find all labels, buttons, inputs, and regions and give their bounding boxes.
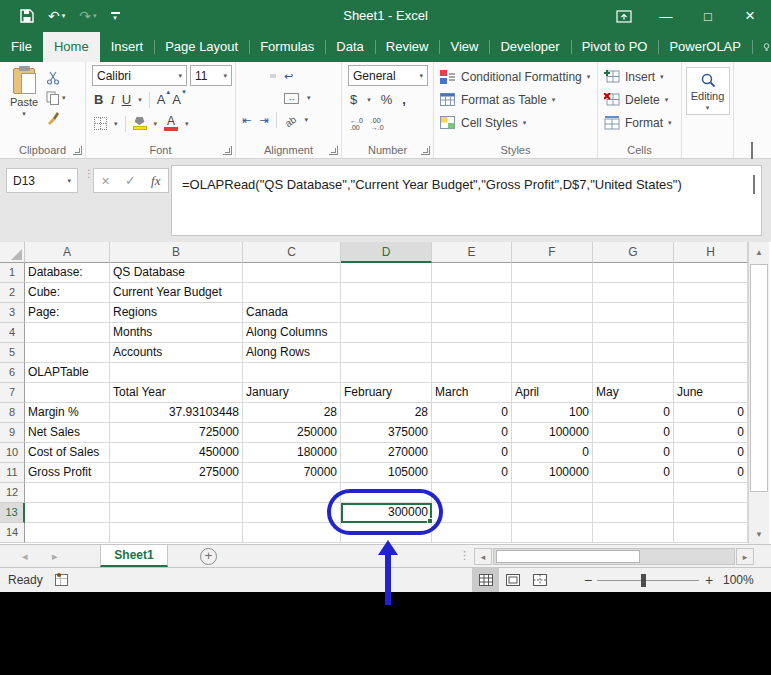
cell-A11[interactable]: Gross Profit bbox=[25, 463, 110, 483]
cell-E7[interactable]: March bbox=[432, 383, 512, 403]
cell-C11[interactable]: 70000 bbox=[243, 463, 341, 483]
cell-H11[interactable]: 0 bbox=[674, 463, 748, 483]
new-sheet-button[interactable]: + bbox=[200, 548, 217, 565]
zoom-out-button[interactable]: − bbox=[584, 568, 592, 592]
cell-H3[interactable] bbox=[674, 303, 748, 323]
select-all-button[interactable] bbox=[0, 242, 25, 263]
column-header-G[interactable]: G bbox=[593, 242, 674, 263]
paste-button[interactable]: Paste ▾ bbox=[2, 65, 46, 142]
cell-C10[interactable]: 180000 bbox=[243, 443, 341, 463]
cell-E6[interactable] bbox=[432, 363, 512, 383]
fill-handle[interactable] bbox=[427, 518, 433, 524]
cell-D2[interactable] bbox=[341, 283, 432, 303]
scroll-down-button[interactable]: ▼ bbox=[749, 524, 769, 544]
collapse-formula-bar-button[interactable] bbox=[753, 177, 755, 195]
cell-D7[interactable]: February bbox=[341, 383, 432, 403]
cell-E8[interactable]: 0 bbox=[432, 403, 512, 423]
cell-E3[interactable] bbox=[432, 303, 512, 323]
cell-H9[interactable]: 0 bbox=[674, 423, 748, 443]
orientation-button[interactable]: ab bbox=[285, 111, 296, 129]
wrap-text-button[interactable]: ↩ bbox=[284, 70, 293, 83]
increase-decimal-button[interactable]: ←.0.00 bbox=[350, 117, 363, 131]
cell-D14[interactable] bbox=[341, 523, 432, 543]
tab-page-layout[interactable]: Page Layout bbox=[154, 32, 249, 62]
increase-indent-button[interactable]: ⇥ bbox=[259, 114, 268, 127]
number-dialog-launcher[interactable] bbox=[421, 146, 430, 155]
row-header-11[interactable]: 11 bbox=[0, 463, 25, 483]
record-macro-icon[interactable] bbox=[55, 574, 68, 586]
row-header-1[interactable]: 1 bbox=[0, 263, 25, 283]
cell-A8[interactable]: Margin % bbox=[25, 403, 110, 423]
cell-A7[interactable] bbox=[25, 383, 110, 403]
cell-A5[interactable] bbox=[25, 343, 110, 363]
comma-style-button[interactable]: , bbox=[402, 92, 406, 107]
cell-E10[interactable]: 0 bbox=[432, 443, 512, 463]
row-header-5[interactable]: 5 bbox=[0, 343, 25, 363]
row-header-13[interactable]: 13 bbox=[0, 503, 25, 523]
row-header-3[interactable]: 3 bbox=[0, 303, 25, 323]
column-header-F[interactable]: F bbox=[512, 242, 593, 263]
cell-C6[interactable] bbox=[243, 363, 341, 383]
tab-file[interactable]: File bbox=[0, 32, 43, 62]
cell-G12[interactable] bbox=[593, 483, 674, 503]
cell-H5[interactable] bbox=[674, 343, 748, 363]
row-header-14[interactable]: 14 bbox=[0, 523, 25, 543]
cell-B13[interactable] bbox=[110, 503, 243, 523]
tab-insert[interactable]: Insert bbox=[100, 32, 155, 62]
cell-A4[interactable] bbox=[25, 323, 110, 343]
cell-E9[interactable]: 0 bbox=[432, 423, 512, 443]
cell-E12[interactable] bbox=[432, 483, 512, 503]
italic-button[interactable]: I bbox=[110, 92, 114, 108]
column-header-D[interactable]: D bbox=[341, 242, 432, 263]
cell-A9[interactable]: Net Sales bbox=[25, 423, 110, 443]
cell-D4[interactable] bbox=[341, 323, 432, 343]
cell-C1[interactable] bbox=[243, 263, 341, 283]
row-header-4[interactable]: 4 bbox=[0, 323, 25, 343]
font-dialog-launcher[interactable] bbox=[223, 146, 232, 155]
cell-F6[interactable] bbox=[512, 363, 593, 383]
borders-button[interactable] bbox=[94, 117, 107, 130]
cell-C14[interactable] bbox=[243, 523, 341, 543]
cell-C12[interactable] bbox=[243, 483, 341, 503]
percent-style-button[interactable]: % bbox=[381, 92, 393, 107]
cell-G6[interactable] bbox=[593, 363, 674, 383]
cell-D11[interactable]: 105000 bbox=[341, 463, 432, 483]
cancel-button[interactable]: × bbox=[102, 173, 110, 189]
cell-A10[interactable]: Cost of Sales bbox=[25, 443, 110, 463]
cell-D12[interactable] bbox=[341, 483, 432, 503]
cell-B4[interactable]: Months bbox=[110, 323, 243, 343]
merge-center-button[interactable]: ↔ bbox=[284, 93, 299, 104]
cell-C7[interactable]: January bbox=[243, 383, 341, 403]
cell-B3[interactable]: Regions bbox=[110, 303, 243, 323]
row-header-7[interactable]: 7 bbox=[0, 383, 25, 403]
font-color-button[interactable]: A bbox=[164, 116, 178, 131]
cell-G13[interactable] bbox=[593, 503, 674, 523]
format-as-table-button[interactable]: Format as Table ▾ bbox=[440, 90, 597, 109]
cell-H1[interactable] bbox=[674, 263, 748, 283]
tab-review[interactable]: Review bbox=[375, 32, 440, 62]
cell-H14[interactable] bbox=[674, 523, 748, 543]
cell-G3[interactable] bbox=[593, 303, 674, 323]
close-button[interactable]: × bbox=[729, 0, 771, 32]
cell-A3[interactable]: Page: bbox=[25, 303, 110, 323]
decrease-indent-button[interactable]: ⇤ bbox=[242, 114, 251, 127]
cell-B14[interactable] bbox=[110, 523, 243, 543]
cell-A1[interactable]: Database: bbox=[25, 263, 110, 283]
cell-F9[interactable]: 100000 bbox=[512, 423, 593, 443]
cell-A13[interactable] bbox=[25, 503, 110, 523]
font-size-select[interactable]: 11▾ bbox=[190, 65, 232, 86]
cell-H12[interactable] bbox=[674, 483, 748, 503]
decrease-decimal-button[interactable]: .00→.0 bbox=[371, 117, 384, 131]
clipboard-dialog-launcher[interactable] bbox=[73, 146, 82, 155]
cell-H6[interactable] bbox=[674, 363, 748, 383]
cell-F13[interactable] bbox=[512, 503, 593, 523]
column-header-B[interactable]: B bbox=[110, 242, 243, 263]
row-header-9[interactable]: 9 bbox=[0, 423, 25, 443]
cell-F3[interactable] bbox=[512, 303, 593, 323]
row-header-2[interactable]: 2 bbox=[0, 283, 25, 303]
cell-E5[interactable] bbox=[432, 343, 512, 363]
cell-F2[interactable] bbox=[512, 283, 593, 303]
hscroll-left-button[interactable]: ◂ bbox=[474, 548, 492, 565]
minimize-button[interactable]: — bbox=[645, 0, 687, 32]
insert-cells-button[interactable]: Insert ▾ bbox=[604, 67, 681, 86]
